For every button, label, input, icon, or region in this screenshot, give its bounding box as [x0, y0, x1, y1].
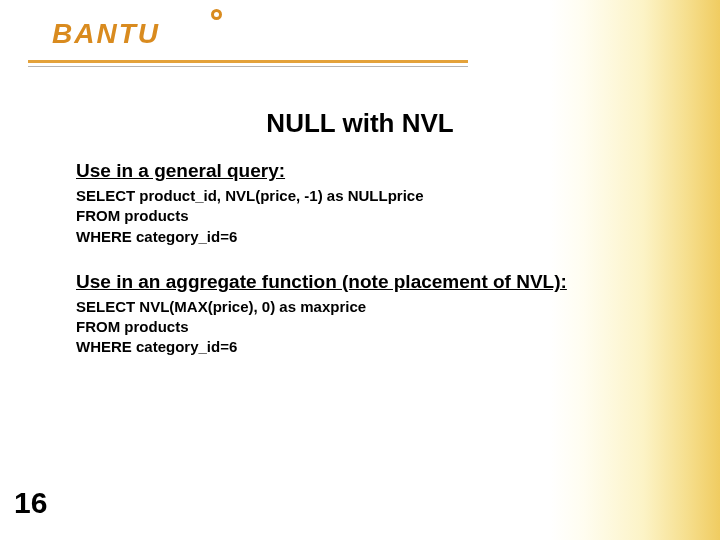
brand-logo: BANTU	[28, 12, 468, 60]
brand-name: BANTU	[52, 18, 160, 50]
slide-content: Use in a general query: SELECT product_i…	[76, 160, 656, 382]
header: BANTU	[28, 12, 468, 67]
code-block: SELECT NVL(MAX(price), 0) as maxprice FR…	[76, 297, 656, 358]
code-block: SELECT product_id, NVL(price, -1) as NUL…	[76, 186, 656, 247]
section-heading: Use in an aggregate function (note place…	[76, 271, 656, 293]
section-aggregate: Use in an aggregate function (note place…	[76, 271, 656, 358]
divider-orange	[28, 60, 468, 63]
page-number: 16	[14, 486, 47, 520]
slide-title: NULL with NVL	[0, 108, 720, 139]
section-heading: Use in a general query:	[76, 160, 656, 182]
slide: BANTU NULL with NVL Use in a general que…	[0, 0, 720, 540]
ring-icon	[211, 9, 222, 20]
section-general-query: Use in a general query: SELECT product_i…	[76, 160, 656, 247]
divider-grey	[28, 66, 468, 67]
